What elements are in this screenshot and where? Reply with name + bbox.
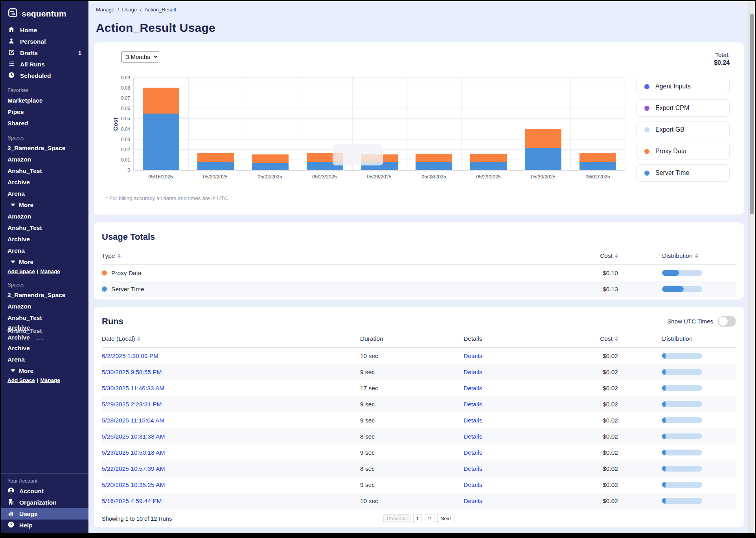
legend-color-dot xyxy=(644,149,649,154)
next-page-button[interactable]: Next xyxy=(437,514,454,523)
sidebar-item-drafts[interactable]: Drafts 1 xyxy=(1,47,88,59)
sort-by-cost[interactable]: Cost xyxy=(600,335,618,342)
brand-logo[interactable]: sequentum xyxy=(1,1,88,24)
breadcrumb-manage[interactable]: Manage xyxy=(96,7,114,13)
run-date-link[interactable]: 5/23/2025 10:50:18 AM xyxy=(102,449,165,456)
run-details-link[interactable]: Details xyxy=(464,433,482,440)
sidebar-space-item[interactable]: Anshu_Test xyxy=(1,312,88,323)
space-label: Amazon xyxy=(7,213,31,220)
run-date-link[interactable]: 5/30/2025 11:46:33 AM xyxy=(102,385,164,391)
date-range-select[interactable]: 3 Months xyxy=(121,51,159,62)
run-date-link[interactable]: 5/26/2025 10:31:33 AM xyxy=(102,433,165,440)
sidebar-space-item[interactable]: Amazon xyxy=(1,154,88,165)
legend-item[interactable]: Export CPM xyxy=(636,99,730,117)
run-details-link[interactable]: Details xyxy=(464,449,482,456)
y-axis-tick: 0 xyxy=(127,167,130,173)
run-date-link[interactable]: 5/16/2025 4:59:44 PM xyxy=(102,498,162,504)
sort-by-date[interactable]: Date (Local) xyxy=(102,335,140,342)
sidebar-space-item[interactable]: Arena xyxy=(1,354,88,365)
account-section: Your Account Account Organization Usage … xyxy=(1,474,88,531)
distribution-bar xyxy=(662,401,702,407)
manage-spaces-link[interactable]: Manage xyxy=(40,377,60,383)
run-date-link[interactable]: 5/22/2025 10:57:39 AM xyxy=(102,465,165,472)
legend-item[interactable]: Proxy Data xyxy=(636,143,730,160)
sidebar-space-item[interactable]: Arena xyxy=(1,245,88,256)
scrollbar-thumb[interactable] xyxy=(750,14,754,214)
run-date-link[interactable]: 5/28/2025 11:15:04 AM xyxy=(102,417,164,424)
sidebar-space-item[interactable]: Amazon xyxy=(1,301,88,312)
window-scrollbar[interactable] xyxy=(749,1,755,533)
sort-icon xyxy=(615,336,618,341)
bar-segment-server-time xyxy=(197,162,234,170)
bar-segment-server-time xyxy=(143,114,179,170)
usage-chart-card: 3 Months Total: $0.24 Cost 00.010.020.03… xyxy=(94,42,744,215)
run-date-link[interactable]: 5/20/2025 10:35:25 AM xyxy=(102,481,165,488)
sidebar-item-usage[interactable]: Usage xyxy=(1,508,88,520)
run-details-link[interactable]: Details xyxy=(464,353,482,359)
run-details-link[interactable]: Details xyxy=(464,465,482,472)
favorite-label: Pipes xyxy=(7,108,24,115)
total-cost: Total: $0.24 xyxy=(714,51,730,67)
run-details-link[interactable]: Details xyxy=(464,481,482,488)
breadcrumb-usage[interactable]: Usage xyxy=(122,7,137,13)
sidebar-item-personal[interactable]: Personal xyxy=(1,36,88,47)
results-summary: Showing 1 to 10 of 12 Runs xyxy=(102,516,172,522)
run-details-link[interactable]: Details xyxy=(464,401,482,408)
run-date-link[interactable]: 5/30/2025 9:58:55 PM xyxy=(102,369,162,375)
sidebar-item-home[interactable]: Home xyxy=(1,24,88,36)
page-2-button[interactable]: 2 xyxy=(425,514,434,523)
sidebar-space-item[interactable]: Archive xyxy=(1,233,88,245)
sort-by-cost[interactable]: Cost xyxy=(600,252,618,259)
run-details-link[interactable]: Details xyxy=(464,369,482,375)
legend-label: Export GB xyxy=(655,126,684,133)
run-date-link[interactable]: 6/2/2025 1:30:09 PM xyxy=(102,353,158,359)
sidebar-space-item[interactable]: 2_Ramendra_Space xyxy=(1,142,88,154)
sidebar-favorite-item[interactable]: Shared xyxy=(1,118,88,129)
add-space-link[interactable]: Add Space xyxy=(7,377,35,383)
sidebar-space-item[interactable]: 2_Ramendra_Space xyxy=(1,289,88,301)
sidebar-space-item[interactable]: Anshu_Test xyxy=(1,222,88,233)
distribution-fill xyxy=(662,369,666,375)
legend-item[interactable]: Server Time xyxy=(636,164,730,182)
legend-item[interactable]: Export GB xyxy=(636,121,730,138)
clock-icon xyxy=(8,72,15,80)
x-axis-tick: 05/30/2025 xyxy=(516,174,570,180)
chart-plot: 00.010.020.030.040.050.060.070.080.09 xyxy=(133,78,625,171)
breadcrumb-action-result[interactable]: Action_Result xyxy=(145,7,176,13)
spaces-more-button[interactable]: More xyxy=(1,365,88,376)
sidebar-favorite-item[interactable]: Marketplace xyxy=(1,95,88,106)
manage-spaces-link[interactable]: Manage xyxy=(40,268,60,274)
run-details-link[interactable]: Details xyxy=(464,385,482,391)
legend-color-dot xyxy=(644,106,649,111)
legend-item[interactable]: Agent Inputs xyxy=(636,78,730,95)
sidebar-space-item[interactable]: Archive xyxy=(1,176,88,188)
sidebar-item-all-runs[interactable]: All Runs xyxy=(1,59,88,70)
spaces-more-button[interactable]: More xyxy=(1,256,88,268)
sidebar-space-item[interactable]: Anshu_Test xyxy=(1,165,88,176)
space-label: Archive xyxy=(7,236,30,242)
sidebar-space-item[interactable]: Amazon xyxy=(1,211,88,222)
divider: | xyxy=(37,268,39,274)
chevron-down-icon xyxy=(11,261,15,263)
sidebar-item-help[interactable]: ? Help xyxy=(1,520,88,531)
previous-page-button[interactable]: Previous xyxy=(383,514,410,523)
sidebar-item-label: Help xyxy=(19,522,33,529)
run-details-link[interactable]: Details xyxy=(464,498,482,504)
sidebar-item-scheduled[interactable]: Scheduled xyxy=(1,70,88,81)
run-details-link[interactable]: Details xyxy=(464,417,482,424)
sidebar-favorite-item[interactable]: Pipes xyxy=(1,106,88,118)
run-date-link[interactable]: 5/29/2025 2:23:31 PM xyxy=(102,401,162,408)
sidebar-space-item[interactable]: Arena xyxy=(1,188,88,199)
run-row: 5/28/2025 11:15:04 AM 9 sec Details $0.0… xyxy=(102,412,736,428)
sidebar-space-item[interactable]: Archive xyxy=(1,342,88,354)
sort-by-type[interactable]: Type xyxy=(102,252,121,259)
sidebar-item-organization[interactable]: Organization xyxy=(1,497,88,508)
page-1-button[interactable]: 1 xyxy=(413,514,422,523)
space-label: Arena xyxy=(7,247,25,254)
utc-toggle[interactable] xyxy=(718,316,736,327)
duration-header: Duration xyxy=(360,335,464,342)
spaces-more-button[interactable]: More xyxy=(1,199,88,211)
add-space-link[interactable]: Add Space xyxy=(7,268,35,274)
sidebar-item-account[interactable]: Account xyxy=(1,485,88,497)
sort-by-distribution[interactable]: Distribution xyxy=(662,252,698,259)
